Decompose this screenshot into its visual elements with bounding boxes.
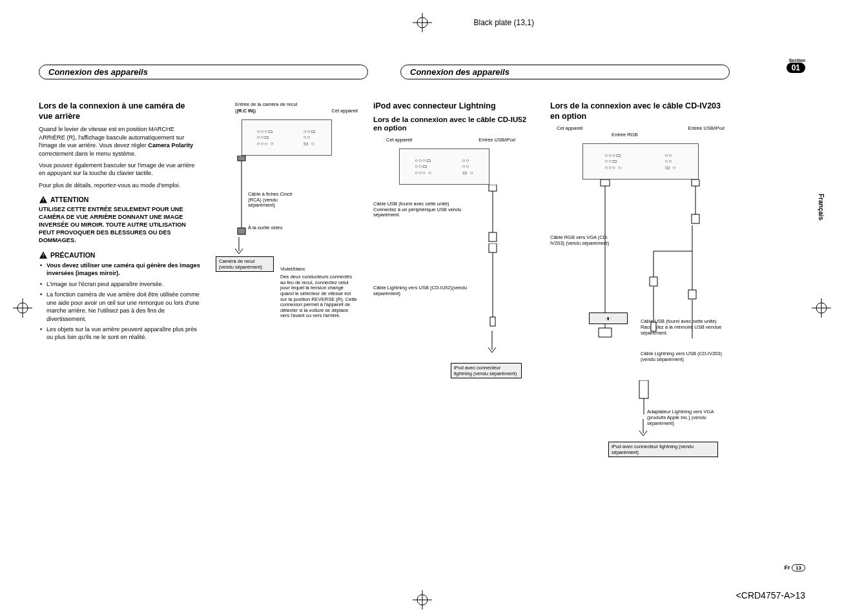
column-rear-camera: Lors de la connexion à une caméra de vue… [39,101,200,487]
prec-0: Vous devez utiliser une caméra qui génèr… [46,262,200,276]
svg-rect-26 [650,277,657,286]
lbl-usb-cable: Câble USB (fourni avec cette unité) Conn… [373,201,464,218]
svg-rect-25 [692,214,699,223]
lbl-usb-in: Entrée USB/iPod [479,137,515,143]
list-item: Les objets sur la vue arrière peuvent ap… [39,325,200,342]
precaution-title: PRÉCAUTION [50,251,95,259]
head-unit-icon: ○○○▭○○▭○○○ ○ ○○▭○○▭ ○ [242,119,332,156]
list-item: Vous devez utiliser une caméra qui génèr… [39,262,200,278]
h-ipod-lightning: iPod avec connecteur Lightning [373,101,535,112]
p-rear-3: Pour plus de détails, reportez-vous au m… [39,181,200,189]
lbl-lightning-usb: Câble Lightning vers USB (CD-IV203) (ven… [641,351,725,362]
list-item: La fonction caméra de vue arrière doit ê… [39,291,200,323]
ipod-box: iPod avec connecteur lightning (vendu sé… [608,442,718,457]
svg-rect-16 [238,156,245,161]
lbl-rgb: Entrée RGB [612,132,637,138]
p-rear-2: Vous pouvez également basculer sur l'ima… [39,161,200,178]
lang-code: Fr [785,564,790,571]
column-ipod-iu52: iPod avec connecteur Lightning Lors de l… [373,101,535,487]
ipod-box: iPod avec connecteur lightning (vendu sé… [451,363,522,378]
content-columns: Lors de la connexion à une caméra de vue… [39,101,805,487]
section-badge: Section 01 [787,58,805,73]
svg-rect-24 [692,180,699,186]
h-rear-camera: Lors de la connexion à une caméra de vue… [39,101,200,121]
svg-rect-12 [43,198,43,201]
lbl-violet-body: Des deux conducteurs connectés au feu de… [280,274,358,319]
svg-rect-18 [489,185,497,191]
page-number: Fr 13 [785,564,805,571]
lbl-rcin-title: Entrée de la caméra de recul [235,101,297,107]
svg-rect-19 [489,232,497,241]
precaution-row: PRÉCAUTION [39,251,200,259]
svg-rect-21 [490,317,495,326]
svg-rect-23 [599,328,612,337]
usb-cable-icon [686,180,705,225]
page: Black plate (13,1) Connexion des apparei… [0,0,844,616]
lbl-device: Cet appareil [386,137,412,143]
p1-bold: Camera Polarity [148,142,193,149]
language-tab: Français [818,194,825,220]
svg-rect-13 [43,201,43,202]
crop-bottom-icon [413,590,432,610]
section-number: 01 [787,63,805,73]
column-ipod-iv203: Lors de la connexion avec le câble CD-IV… [550,101,731,487]
crop-right-icon [812,298,831,318]
attention-body: UTILISEZ CETTE ENTRÉE SEULEMENT POUR UNE… [39,206,200,245]
h-iu52: Lors de la connexion avec le câble CD-IU… [373,116,535,134]
rcin-bold: (R.C IN) [237,108,255,114]
crop-left-icon [13,298,32,318]
header-left: Connexion des appareils [39,65,368,79]
warning-icon [39,251,48,259]
crop-top-icon [413,13,432,32]
svg-rect-14 [43,254,43,256]
precaution-list: Vous devez utiliser une caméra qui génèr… [39,262,200,342]
arrow-down-icon [234,237,244,256]
h-iv203: Lors de la connexion avec le câble CD-IV… [550,101,731,121]
diagram-rear-camera: Entrée de la caméra de recul ((R.C IN)) … [216,101,358,373]
doc-id: <CRD4757-A>13 [736,590,805,601]
svg-rect-27 [688,290,696,299]
lbl-rgb-cable: Câble RGB vers VGA (CD-IV203) (vendu sép… [550,235,612,246]
lbl-rcin: ((R.C IN)) [235,108,256,114]
header-right: Connexion des appareils [400,65,730,79]
svg-rect-20 [489,243,497,252]
vga-connector-icon: ◦ ▮ ◦ [589,313,628,324]
page-circle: 13 [792,564,805,571]
lbl-lightning-cable: Câble Lightning vers USB (CD-IU52)(vendu… [373,285,470,296]
attention-title: ATTENTION [50,196,88,203]
svg-rect-15 [43,257,43,258]
attention-row: ATTENTION [39,196,200,203]
lbl-device: Cet appareil [332,108,358,114]
lbl-usb-in: Entrée USB/iPod [688,125,725,131]
svg-rect-22 [601,180,610,186]
lbl-adapter: Adaptateur Lightning vers VGA (produits … [647,409,731,426]
lbl-violet: Violet/blanc [280,267,305,272]
warning-icon [39,196,48,203]
usb-cable-icon [483,185,502,243]
head-unit-icon: ○○○▭○○▭○○○ ○ ○○○○▭ ○ [399,149,489,185]
lbl-rca: Câble à fiches Cinch (RCA) (vendu séparé… [248,192,306,209]
lbl-video-out: À la sortie vidéo [248,225,282,231]
svg-rect-28 [651,322,656,331]
plate-label: Black plate (13,1) [474,18,534,27]
head-unit-icon: ○○○▭○○▭○○○ ○ ○○○○▭ ○ [582,143,699,180]
section-label: Section [787,58,805,63]
arrow-down-icon [638,419,648,438]
p1-b: correctement dans le menu système. [39,150,136,157]
lbl-device: Cet appareil [557,125,582,131]
svg-rect-17 [238,228,245,234]
lightning-cable-icon [483,243,502,327]
p-rear-1: Quand le levier de vitesse est en positi… [39,125,200,158]
arrow-down-icon [487,331,497,356]
list-item: L'image sur l'écran peut apparaître inve… [39,280,200,288]
svg-rect-29 [639,380,648,398]
header-row: Connexion des appareils Connexion des ap… [39,65,805,79]
splitter-icon [628,225,699,354]
camera-box: Caméra de recul (vendu séparément) [216,256,274,272]
